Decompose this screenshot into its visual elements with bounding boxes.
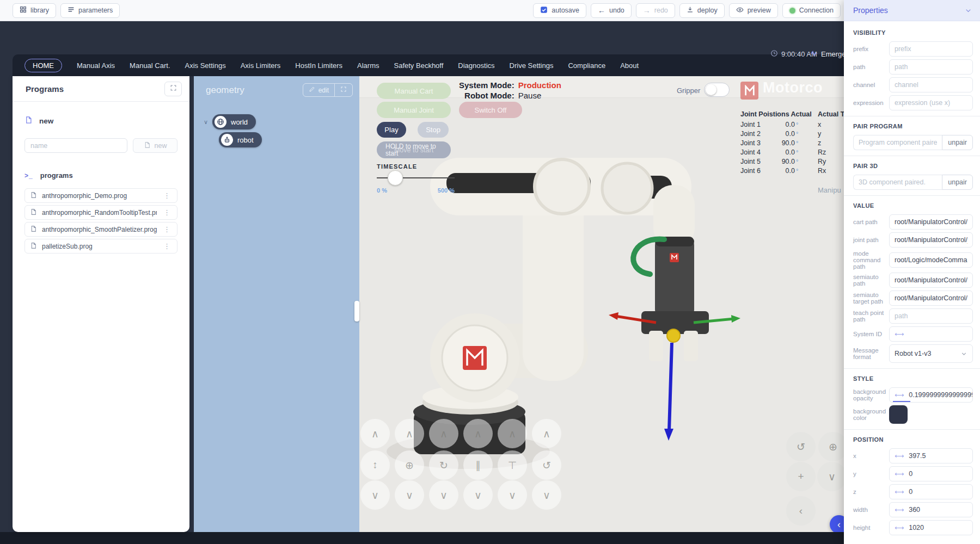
jog-button[interactable]: ∧	[532, 419, 561, 448]
preview-button[interactable]: preview	[729, 3, 778, 18]
chevron-down-icon[interactable]	[964, 7, 972, 15]
undo-button[interactable]: ← undo	[591, 3, 632, 18]
stop-button[interactable]: Stop	[418, 122, 449, 138]
path-input[interactable]	[889, 59, 973, 75]
program-name-input[interactable]	[24, 138, 127, 153]
tab-compliance[interactable]: Compliance	[568, 61, 605, 70]
tab-hostin-limiters[interactable]: HostIn Limiters	[295, 61, 342, 70]
eye-icon	[736, 6, 744, 15]
unpair-program-button[interactable]: unpair	[942, 135, 973, 150]
expression-input[interactable]	[889, 95, 973, 110]
joint-path-input[interactable]	[889, 232, 973, 248]
view-control-button[interactable]: ⊕	[818, 432, 844, 461]
tab-home[interactable]: HOME	[24, 59, 62, 72]
kebab-menu-icon[interactable]: ⋮	[162, 225, 172, 233]
hold-to-move-button[interactable]: Move to start HOLD to move to start	[377, 141, 451, 158]
panel-splitter-handle[interactable]	[354, 301, 359, 322]
autosave-toggle[interactable]: autosave	[533, 3, 586, 18]
program-item[interactable]: anthropomorphic_RandomTooltipTest.prog ⋮	[24, 205, 177, 220]
geometry-edit-button[interactable]: edit	[303, 84, 334, 96]
download-icon	[687, 6, 694, 15]
semiauto-target-path-input[interactable]	[889, 290, 973, 306]
viewport-3d[interactable]: System Mode: Production Robot Mode: Paus…	[359, 76, 844, 532]
channel-input[interactable]	[889, 77, 973, 92]
tab-about[interactable]: About	[620, 61, 639, 70]
manual-cart-button[interactable]: Manual Cart	[377, 83, 451, 99]
gripper-toggle[interactable]	[704, 83, 730, 97]
view-control-button[interactable]: ‹	[786, 496, 816, 526]
jog-button[interactable]: ∨	[360, 480, 390, 510]
geometry-expand-button[interactable]	[334, 84, 352, 96]
program-item[interactable]: palletizeSub.prog ⋮	[24, 239, 177, 254]
collapse-panel-button[interactable]: ‹	[830, 515, 844, 532]
create-program-button[interactable]: new	[133, 138, 177, 153]
connection-button[interactable]: Connection	[782, 3, 841, 18]
pair-program-input[interactable]	[853, 135, 942, 150]
jog-button[interactable]: ∨	[498, 480, 527, 510]
position-x-input[interactable]: ⟷397.5	[889, 448, 973, 463]
tab-manual-cart[interactable]: Manual Cart.	[130, 61, 170, 70]
system-id-input[interactable]: ⟷	[889, 326, 973, 342]
jog-button[interactable]: ∨	[429, 480, 458, 510]
program-item[interactable]: anthropomorphic_SmoothPaletizer.prog ⋮	[24, 222, 177, 237]
jog-button[interactable]: ↻	[429, 450, 458, 480]
view-control-button[interactable]: +	[786, 462, 816, 491]
switch-off-button[interactable]: Switch Off	[459, 102, 522, 118]
kebab-menu-icon[interactable]: ⋮	[162, 191, 172, 200]
jog-button[interactable]: ∨	[463, 480, 493, 510]
tab-drive-settings[interactable]: Drive Settings	[510, 61, 554, 70]
height-input[interactable]: ⟷1020	[889, 520, 973, 535]
timescale-slider-knob[interactable]	[388, 170, 403, 186]
parameters-button[interactable]: parameters	[60, 3, 120, 18]
prefix-input[interactable]	[889, 41, 973, 57]
jog-button[interactable]: ∧	[498, 419, 527, 448]
background-opacity-input[interactable]: ⟷ 0.19999999999999996	[889, 387, 973, 403]
tab-axis-limiters[interactable]: Axis Limiters	[241, 61, 281, 70]
position-y-input[interactable]: ⟷0	[889, 466, 973, 481]
library-button[interactable]: library	[13, 3, 56, 18]
background-color-swatch[interactable]	[889, 405, 908, 424]
deploy-button[interactable]: deploy	[679, 3, 725, 18]
pair-3d-input[interactable]	[853, 175, 942, 190]
geometry-panel: geometry edit ∨ world robot	[194, 76, 359, 532]
view-control-button[interactable]: ↺	[786, 432, 816, 461]
expand-panel-button[interactable]	[164, 82, 182, 96]
view-control-button[interactable]: ∨	[817, 462, 844, 491]
mode-command-path-input[interactable]	[889, 252, 973, 268]
jog-button[interactable]: ∧	[463, 419, 493, 448]
message-format-select[interactable]: Robot v1-v3	[889, 344, 973, 363]
pulse-icon	[810, 50, 818, 59]
tree-node-robot[interactable]: robot	[219, 132, 262, 147]
jog-button[interactable]: ∨	[532, 480, 561, 510]
tab-alarms[interactable]: Alarms	[357, 61, 379, 70]
teach-point-path-input[interactable]	[889, 308, 973, 324]
play-button[interactable]: Play	[377, 122, 406, 138]
tab-axis-settings[interactable]: Axis Settings	[185, 61, 226, 70]
jog-button[interactable]: ⊤	[498, 450, 527, 480]
jog-button[interactable]: ∨	[395, 480, 424, 510]
jog-button[interactable]: ⊕	[395, 450, 424, 480]
jog-button[interactable]: ∧	[360, 419, 390, 448]
jog-button[interactable]: ∧	[395, 419, 424, 448]
tab-safety-beckhoff[interactable]: Safety Beckhoff	[394, 61, 444, 70]
section-pair-program: PAIR PROGRAM	[853, 123, 973, 129]
emergency-indicator[interactable]: Emergenc	[810, 50, 844, 59]
kebab-menu-icon[interactable]: ⋮	[162, 242, 172, 250]
program-item[interactable]: anthropomorphic_Demo.prog ⋮	[24, 188, 177, 203]
jog-button[interactable]: ∧	[429, 419, 458, 448]
tab-diagnostics[interactable]: Diagnostics	[458, 61, 494, 70]
manual-joint-button[interactable]: Manual Joint	[377, 102, 451, 118]
jog-button[interactable]: ↺	[532, 450, 561, 480]
tree-node-world[interactable]: world	[212, 114, 256, 129]
tree-caret-icon[interactable]: ∨	[201, 119, 210, 126]
redo-button[interactable]: → redo	[636, 3, 675, 18]
width-input[interactable]: ⟷360	[889, 502, 973, 517]
kebab-menu-icon[interactable]: ⋮	[162, 208, 172, 217]
cart-path-input[interactable]	[889, 214, 973, 230]
jog-button[interactable]: ↕	[360, 450, 390, 480]
semiauto-path-input[interactable]	[889, 273, 973, 288]
position-z-input[interactable]: ⟷0	[889, 484, 973, 499]
unpair-3d-button[interactable]: unpair	[942, 175, 973, 190]
jog-button[interactable]: ∥	[463, 450, 493, 480]
tab-manual-axis[interactable]: Manual Axis	[77, 61, 115, 70]
